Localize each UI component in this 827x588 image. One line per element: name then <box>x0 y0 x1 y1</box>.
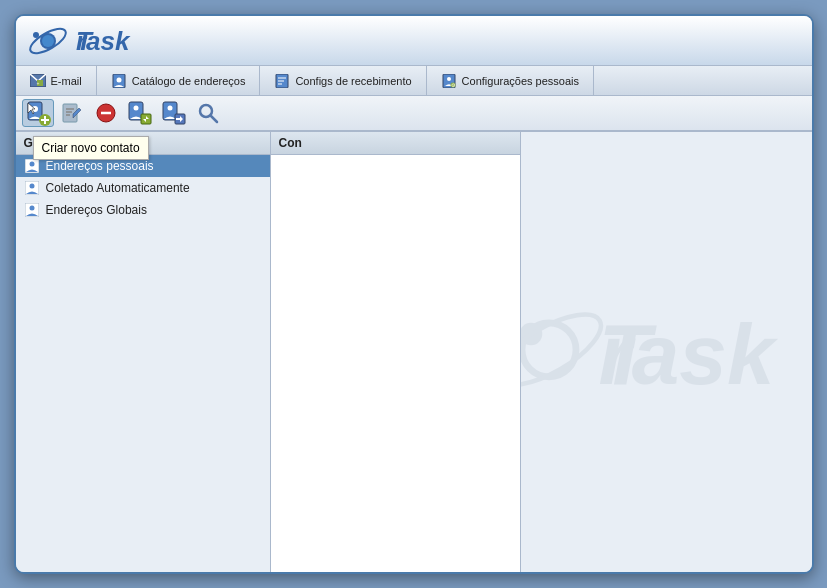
import-icon <box>127 100 153 126</box>
delete-button[interactable] <box>90 99 122 127</box>
logo-text: rask T <box>76 26 156 56</box>
logo-graphic <box>26 19 70 63</box>
toolbar: Criar novo contato <box>16 96 812 132</box>
svg-line-41 <box>210 116 217 123</box>
search-button[interactable] <box>192 99 224 127</box>
group-personal-label: Endereços pessoais <box>46 159 154 173</box>
contacts-panel: Con <box>271 132 521 572</box>
svg-text:+: + <box>36 80 39 86</box>
app-logo: rask T <box>26 19 156 63</box>
svg-point-37 <box>167 106 172 111</box>
addressbook-icon <box>111 74 127 88</box>
tab-personalconfig[interactable]: ⚙ Configurações pessoais <box>427 66 594 95</box>
svg-point-50 <box>521 301 611 398</box>
edit-icon <box>61 102 83 124</box>
export-icon <box>161 100 187 126</box>
toolbar-tooltip: Criar novo contato <box>33 136 149 160</box>
group-auto-label: Coletado Automaticamente <box>46 181 190 195</box>
import-button[interactable] <box>124 99 156 127</box>
main-window: rask T + E-mail <box>14 14 814 574</box>
tab-addressbook-label: Catálogo de endereços <box>132 75 246 87</box>
svg-point-33 <box>133 106 138 111</box>
group-list: Endereços pessoais Coletado Automaticame… <box>16 155 270 572</box>
contacts-body <box>271 155 520 572</box>
svg-text:T: T <box>76 26 94 56</box>
svg-point-47 <box>29 206 34 211</box>
tab-personalconfig-label: Configurações pessoais <box>462 75 579 87</box>
svg-point-43 <box>29 162 34 167</box>
export-button[interactable] <box>158 99 190 127</box>
svg-point-10 <box>116 77 121 82</box>
receiveconfig-icon <box>274 74 290 88</box>
group-personal-icon <box>24 159 40 173</box>
svg-point-16 <box>447 77 451 81</box>
group-auto-icon <box>24 181 40 195</box>
tab-email[interactable]: + E-mail <box>16 66 97 95</box>
edit-button[interactable] <box>56 99 88 127</box>
nav-bar: + E-mail Catálogo de endereços <box>16 66 812 96</box>
search-icon <box>197 102 219 124</box>
svg-point-3 <box>33 32 39 38</box>
group-global-icon <box>24 203 40 217</box>
tab-email-label: E-mail <box>51 75 82 87</box>
new-contact-button[interactable]: Criar novo contato <box>22 99 54 127</box>
personalconfig-icon: ⚙ <box>441 74 457 88</box>
group-item-auto[interactable]: Coletado Automaticamente <box>16 177 270 199</box>
main-content: Grupos Endereços pessoais <box>16 132 812 572</box>
detail-panel: rask T <box>521 132 812 572</box>
svg-point-45 <box>29 184 34 189</box>
new-contact-icon <box>25 100 51 126</box>
delete-icon <box>95 102 117 124</box>
email-icon: + <box>30 74 46 88</box>
tab-receiveconfig-label: Configs de recebimento <box>295 75 411 87</box>
svg-text:T: T <box>599 307 658 402</box>
group-item-global[interactable]: Endereços Globais <box>16 199 270 221</box>
contacts-header: Con <box>271 132 520 155</box>
app-header: rask T <box>16 16 812 66</box>
tab-addressbook[interactable]: Catálogo de endereços <box>97 66 261 95</box>
watermark: rask T <box>521 271 812 433</box>
svg-point-1 <box>42 35 54 47</box>
groups-panel: Grupos Endereços pessoais <box>16 132 271 572</box>
tab-receiveconfig[interactable]: Configs de recebimento <box>260 66 426 95</box>
group-global-label: Endereços Globais <box>46 203 147 217</box>
